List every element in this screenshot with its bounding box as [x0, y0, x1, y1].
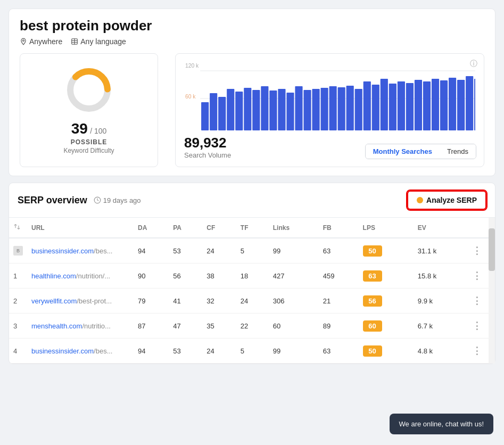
serp-title: SERP overview — [18, 195, 87, 206]
more-icon[interactable]: ⋮ — [472, 320, 482, 331]
location-icon — [20, 38, 27, 45]
analyze-btn-label: Analyze SERP — [426, 196, 477, 204]
tab-monthly-searches[interactable]: Monthly Searches — [366, 144, 440, 159]
svg-rect-33 — [415, 80, 422, 130]
top-card-section: best protein powder Anywhere Any languag… — [9, 9, 495, 176]
table-row: 3 menshealth.com/nutritio... 87 47 35 22… — [9, 314, 495, 339]
row-pos: 1 — [9, 263, 27, 289]
svg-text:60 k: 60 k — [185, 93, 196, 100]
url-link[interactable]: businessinsider.com/bes... — [31, 347, 112, 355]
svg-point-3 — [77, 78, 101, 102]
url-link[interactable]: healthline.com/nutrition/... — [31, 272, 110, 280]
svg-rect-40 — [474, 79, 475, 130]
row-ev: 15.8 k — [414, 263, 468, 289]
col-lps: LPS — [359, 218, 414, 238]
row-tf: 22 — [236, 314, 269, 339]
svg-rect-23 — [329, 86, 337, 130]
scrollbar-track[interactable] — [489, 218, 495, 364]
chat-widget[interactable]: We are online, chat with us! — [390, 414, 493, 434]
row-links: 99 — [269, 238, 319, 263]
url-path: /nutritio... — [82, 322, 110, 330]
svg-rect-18 — [286, 93, 294, 130]
url-link[interactable]: verywellfit.com/best-prot... — [31, 297, 112, 305]
table-row: 2 verywellfit.com/best-prot... 79 41 32 … — [9, 289, 495, 314]
clock-icon — [94, 196, 101, 204]
row-url: verywellfit.com/best-prot... — [27, 289, 134, 314]
row-more[interactable]: ⋮ — [468, 314, 486, 339]
svg-rect-36 — [440, 80, 448, 130]
info-icon[interactable]: ⓘ — [470, 59, 477, 69]
row-tf: 5 — [236, 339, 269, 364]
row-ev: 9.9 k — [414, 289, 468, 314]
row-fb: 21 — [319, 289, 359, 314]
row-cf: 24 — [202, 339, 236, 364]
url-path: /bes... — [94, 247, 112, 255]
row-pa: 47 — [169, 314, 202, 339]
svg-rect-27 — [363, 81, 371, 130]
serp-section: SERP overview 19 days ago Analyze SERP U… — [9, 183, 495, 364]
row-more[interactable]: ⋮ — [468, 238, 486, 263]
svg-rect-16 — [269, 90, 277, 130]
svg-rect-30 — [389, 84, 396, 130]
col-cf: CF — [202, 218, 236, 238]
analyze-serp-button[interactable]: Analyze SERP — [407, 191, 486, 210]
more-icon[interactable]: ⋮ — [472, 270, 482, 281]
more-icon[interactable]: ⋮ — [472, 245, 482, 256]
svg-rect-39 — [466, 76, 473, 130]
row-pos: 4 — [9, 339, 27, 364]
svg-rect-22 — [321, 88, 328, 130]
row-ev: 31.1 k — [414, 238, 468, 263]
row-fb: 63 — [319, 238, 359, 263]
row-fb: 63 — [319, 339, 359, 364]
row-links: 427 — [269, 263, 319, 289]
row-da: 87 — [134, 314, 169, 339]
more-icon[interactable]: ⋮ — [472, 345, 482, 356]
keyword-meta: Anywhere Any language — [20, 37, 484, 46]
row-more[interactable]: ⋮ — [468, 289, 486, 314]
language-meta: Any language — [71, 37, 126, 46]
row-pa: 41 — [169, 289, 202, 314]
svg-rect-35 — [432, 79, 439, 130]
url-path: /best-prot... — [77, 297, 112, 305]
svg-rect-8 — [201, 102, 209, 130]
url-domain: businessinsider.com — [31, 347, 94, 355]
table-row: 4 businessinsider.com/bes... 94 53 24 5 … — [9, 339, 495, 364]
row-da: 94 — [134, 339, 169, 364]
row-fb: 459 — [319, 263, 359, 289]
url-link[interactable]: businessinsider.com/bes... — [31, 247, 112, 255]
svg-rect-32 — [406, 83, 414, 130]
svg-rect-9 — [210, 93, 217, 130]
location-meta: Anywhere — [20, 37, 62, 46]
url-domain: verywellfit.com — [31, 297, 77, 305]
row-pos: 2 — [9, 289, 27, 314]
more-icon[interactable]: ⋮ — [472, 295, 482, 306]
svg-rect-21 — [312, 89, 319, 130]
tab-trends[interactable]: Trends — [440, 144, 476, 159]
lps-badge: 56 — [363, 295, 382, 307]
row-lps: 63 — [359, 263, 414, 289]
difficulty-sublabel: Keyword Difficulty — [63, 147, 114, 154]
svg-rect-15 — [261, 86, 268, 130]
row-da: 94 — [134, 238, 169, 263]
svg-rect-24 — [338, 87, 345, 130]
svg-rect-31 — [398, 81, 405, 130]
row-more[interactable]: ⋮ — [468, 263, 486, 289]
url-link[interactable]: menshealth.com/nutritio... — [31, 322, 111, 330]
chart-tabs: Monthly Searches Trends — [365, 144, 476, 159]
svg-rect-38 — [457, 80, 465, 130]
sort-icon — [13, 223, 21, 230]
col-tf: TF — [236, 218, 269, 238]
analyze-dot — [417, 197, 423, 203]
serp-age: 19 days ago — [94, 196, 141, 204]
row-cf: 35 — [202, 314, 236, 339]
row-more[interactable]: ⋮ — [468, 339, 486, 364]
col-sort — [9, 218, 27, 238]
row-ev: 6.7 k — [414, 314, 468, 339]
volume-label: Search Volume — [184, 151, 231, 159]
svg-rect-20 — [303, 90, 311, 130]
donut-chart — [65, 66, 113, 114]
row-tf: 5 — [236, 238, 269, 263]
lps-badge: 50 — [363, 345, 382, 357]
col-pa: PA — [169, 218, 202, 238]
row-url: menshealth.com/nutritio... — [27, 314, 134, 339]
